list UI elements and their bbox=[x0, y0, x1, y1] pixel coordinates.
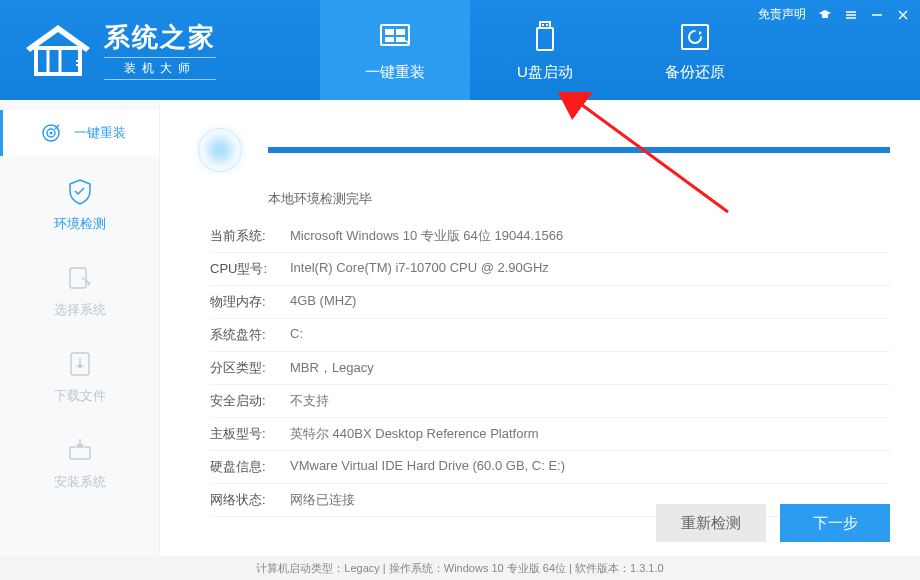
svg-marker-19 bbox=[699, 31, 702, 35]
action-buttons: 重新检测 下一步 bbox=[656, 504, 890, 542]
top-tabs: 一键重装 U盘启动 备份还原 bbox=[320, 0, 770, 100]
info-row-disk: 硬盘信息:VMware Virtual IDE Hard Drive (60.0… bbox=[210, 451, 890, 484]
info-row-partition: 分区类型:MBR，Legacy bbox=[210, 352, 890, 385]
svg-point-30 bbox=[50, 132, 53, 135]
target-icon bbox=[36, 118, 66, 148]
backup-restore-icon bbox=[677, 19, 713, 55]
info-row-secureboot: 安全启动:不支持 bbox=[210, 385, 890, 418]
logo-area: 系统之家 装机大师 bbox=[0, 20, 320, 80]
sidebar-label-select-system: 选择系统 bbox=[54, 301, 106, 319]
tab-usb-boot-label: U盘启动 bbox=[517, 63, 573, 82]
tab-reinstall[interactable]: 一键重装 bbox=[320, 0, 470, 100]
body-area: 一键重装 环境检测 选择系统 下载文件 安装系统 本地环境检测完毕 当前系统:M… bbox=[0, 100, 920, 556]
svg-rect-14 bbox=[537, 28, 553, 50]
info-row-ram: 物理内存:4GB (MHZ) bbox=[210, 286, 890, 319]
svg-rect-21 bbox=[822, 15, 828, 18]
info-row-sysdrive: 系统盘符:C: bbox=[210, 319, 890, 352]
sidebar-item-download[interactable]: 下载文件 bbox=[0, 334, 159, 420]
svg-rect-11 bbox=[385, 37, 394, 42]
svg-rect-36 bbox=[70, 447, 90, 459]
download-file-icon bbox=[65, 349, 95, 379]
svg-rect-1 bbox=[36, 48, 80, 74]
disclaimer-link[interactable]: 免责声明 bbox=[758, 6, 806, 23]
info-row-cpu: CPU型号:Intel(R) Core(TM) i7-10700 CPU @ 2… bbox=[210, 253, 890, 286]
progress-bar bbox=[268, 147, 890, 153]
info-row-motherboard: 主板型号:英特尔 440BX Desktop Reference Platfor… bbox=[210, 418, 890, 451]
svg-rect-31 bbox=[70, 268, 86, 288]
menu-icon[interactable] bbox=[844, 8, 858, 22]
svg-rect-15 bbox=[542, 24, 544, 26]
brand-title: 系统之家 bbox=[104, 20, 216, 55]
info-row-os: 当前系统:Microsoft Windows 10 专业版 64位 19044.… bbox=[210, 220, 890, 253]
svg-rect-7 bbox=[80, 64, 82, 66]
sidebar-item-install[interactable]: 安装系统 bbox=[0, 420, 159, 506]
sidebar-item-reinstall[interactable]: 一键重装 bbox=[0, 110, 159, 156]
usb-boot-icon bbox=[527, 19, 563, 55]
svg-rect-5 bbox=[80, 60, 82, 62]
system-info-table: 当前系统:Microsoft Windows 10 专业版 64位 19044.… bbox=[210, 220, 890, 517]
brand-subtitle: 装机大师 bbox=[104, 57, 216, 80]
sidebar-label-env-check: 环境检测 bbox=[54, 215, 106, 233]
tab-backup-restore-label: 备份还原 bbox=[665, 63, 725, 82]
tab-reinstall-label: 一键重装 bbox=[365, 63, 425, 82]
svg-rect-4 bbox=[76, 60, 78, 62]
svg-rect-17 bbox=[682, 25, 708, 49]
radar-icon bbox=[190, 120, 250, 180]
graduation-icon[interactable] bbox=[818, 8, 832, 22]
sidebar-label-reinstall: 一键重装 bbox=[74, 124, 126, 142]
sidebar-item-select-system[interactable]: 选择系统 bbox=[0, 248, 159, 334]
redetect-button[interactable]: 重新检测 bbox=[656, 504, 766, 542]
tab-usb-boot[interactable]: U盘启动 bbox=[470, 0, 620, 100]
svg-marker-35 bbox=[76, 365, 84, 369]
shield-check-icon bbox=[65, 177, 95, 207]
titlebar: 免责声明 bbox=[758, 6, 910, 23]
svg-rect-10 bbox=[396, 29, 405, 35]
next-button[interactable]: 下一步 bbox=[780, 504, 890, 542]
minimize-button[interactable] bbox=[870, 8, 884, 22]
close-button[interactable] bbox=[896, 8, 910, 22]
install-system-icon bbox=[65, 435, 95, 465]
sidebar-label-download: 下载文件 bbox=[54, 387, 106, 405]
content-panel: 本地环境检测完毕 当前系统:Microsoft Windows 10 专业版 6… bbox=[160, 100, 920, 556]
detect-status: 本地环境检测完毕 bbox=[268, 190, 890, 208]
sidebar-label-install: 安装系统 bbox=[54, 473, 106, 491]
select-system-icon bbox=[65, 263, 95, 293]
app-header: 系统之家 装机大师 一键重装 U盘启动 备份还原 免责声明 bbox=[0, 0, 920, 100]
house-logo-icon bbox=[18, 20, 98, 80]
svg-rect-9 bbox=[385, 29, 394, 35]
sidebar: 一键重装 环境检测 选择系统 下载文件 安装系统 bbox=[0, 100, 160, 556]
svg-marker-32 bbox=[87, 281, 91, 286]
windows-reinstall-icon bbox=[377, 19, 413, 55]
detect-row bbox=[190, 120, 890, 180]
svg-rect-16 bbox=[546, 24, 548, 26]
svg-rect-6 bbox=[76, 64, 78, 66]
sidebar-item-env-check[interactable]: 环境检测 bbox=[0, 162, 159, 248]
tab-backup-restore[interactable]: 备份还原 bbox=[620, 0, 770, 100]
footer-status: 计算机启动类型：Legacy | 操作系统：Windows 10 专业版 64位… bbox=[0, 556, 920, 580]
